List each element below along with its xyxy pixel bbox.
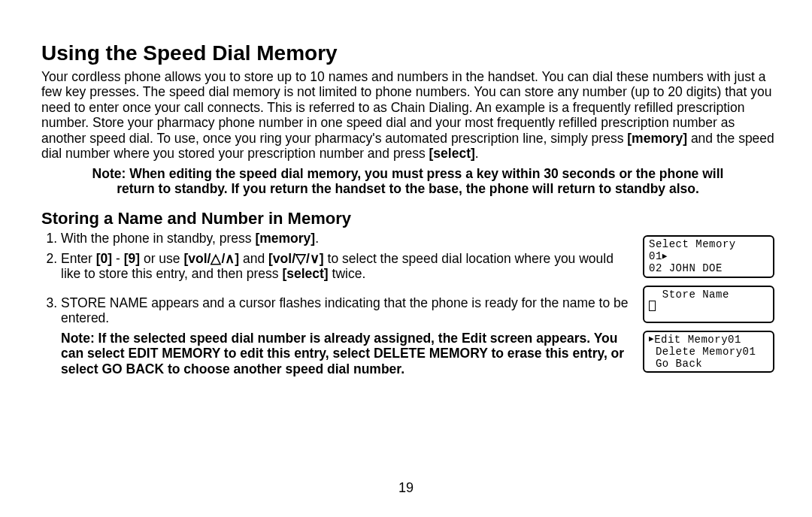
cursor-icon <box>649 301 656 311</box>
steps-list: With the phone in standby, press [memory… <box>41 231 634 325</box>
step-1: With the phone in standby, press [memory… <box>61 231 634 246</box>
lcd-line: Select Memory <box>649 238 736 250</box>
step-text: With the phone in standby, press <box>61 231 255 246</box>
lcd-line: 02 JOHN DOE <box>649 262 723 274</box>
key-memory: [memory] <box>627 131 687 146</box>
page-number: 19 <box>0 480 812 496</box>
step-3: STORE NAME appears and a cursor flashes … <box>61 295 634 326</box>
step-text: Enter <box>61 251 96 266</box>
pointer-icon: ▶ <box>662 252 668 262</box>
step-text: or use <box>140 251 183 266</box>
key-vol-down: [vol/▽/∨] <box>268 251 324 266</box>
page-title: Using the Speed Dial Memory <box>41 41 774 66</box>
key-select: [select] <box>282 266 328 281</box>
step-text: . <box>315 231 319 246</box>
intro-text: . <box>475 146 479 161</box>
step-text: - <box>112 251 124 266</box>
note-editing-timeout: Note: When editing the speed dial memory… <box>41 166 774 197</box>
intro-paragraph: Your cordless phone allows you to store … <box>41 69 774 162</box>
lcd-line: Go Back <box>649 358 702 370</box>
lcd-line: Delete Memory01 <box>649 346 756 358</box>
lcd-line: Store Name <box>649 289 729 301</box>
lcd-store-name: Store Name <box>643 286 774 323</box>
lcd-line: 01 <box>649 250 662 262</box>
lcd-edit-menu: ▶Edit Memory01 Delete Memory01 Go Back <box>643 331 774 373</box>
step-text: and <box>239 251 268 266</box>
lcd-select-memory: Select Memory 01▶ 02 JOHN DOE <box>643 235 774 277</box>
key-memory: [memory] <box>255 231 315 246</box>
lcd-line: Edit Memory01 <box>654 334 741 346</box>
key-select: [select] <box>429 146 475 161</box>
step-3-note: Note: If the selected speed dial number … <box>61 331 634 376</box>
section-title-storing: Storing a Name and Number in Memory <box>41 209 774 228</box>
step-text: twice. <box>329 266 366 281</box>
step-2: Enter [0] - [9] or use [vol/△/∧] and [vo… <box>61 251 634 282</box>
key-9: [9] <box>124 251 140 266</box>
key-0: [0] <box>96 251 112 266</box>
key-vol-up: [vol/△/∧] <box>183 251 239 266</box>
